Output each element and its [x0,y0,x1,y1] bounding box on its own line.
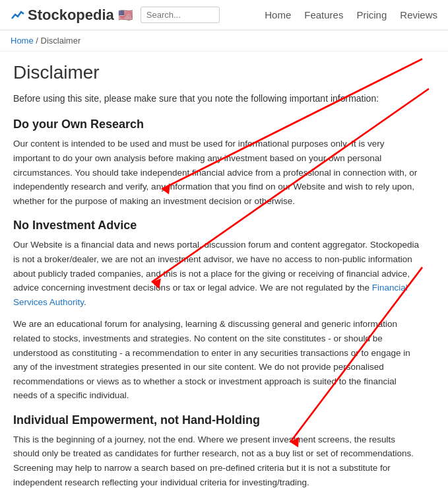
section-2-heading: No Investment Advice [13,219,422,232]
intro-text: Before using this site, please make sure… [13,91,422,106]
site-header: Stockopedia 🇺🇸 Home Features Pricing Rev… [0,0,448,30]
breadcrumb-home[interactable]: Home [11,36,34,46]
section-3-para-1: This is the beginning of a journey, not … [13,433,422,488]
section-1-para-1: Our content is intended to be used and m… [13,137,422,208]
breadcrumb-current: Disclaimer [41,36,81,46]
nav-features[interactable]: Features [304,9,343,20]
section-1-heading: Do your Own Research [13,118,422,131]
main-content: Disclaimer Before using this site, pleas… [0,52,435,488]
logo-text: Stockopedia [28,7,114,24]
nav-reviews[interactable]: Reviews [400,9,437,20]
flag-icon: 🇺🇸 [118,8,133,22]
logo-icon [11,8,25,22]
breadcrumb: Home / Disclaimer [0,30,448,52]
section-2-para-1: Our Website is a financial data and news… [13,238,422,309]
page-title: Disclaimer [13,62,422,83]
nav-pricing[interactable]: Pricing [356,9,387,20]
search-input[interactable] [141,7,220,23]
nav-home[interactable]: Home [265,9,291,20]
fsa-link[interactable]: Financial Services Authority [13,283,408,307]
breadcrumb-separator: / [36,36,40,46]
section-3-heading: Individual Empowerment, not Hand-Holding [13,413,422,427]
main-nav: Home Features Pricing Reviews [265,9,437,20]
logo[interactable]: Stockopedia 🇺🇸 [11,7,133,24]
section-2-para-2: We are an educational forum for analysin… [13,317,422,403]
